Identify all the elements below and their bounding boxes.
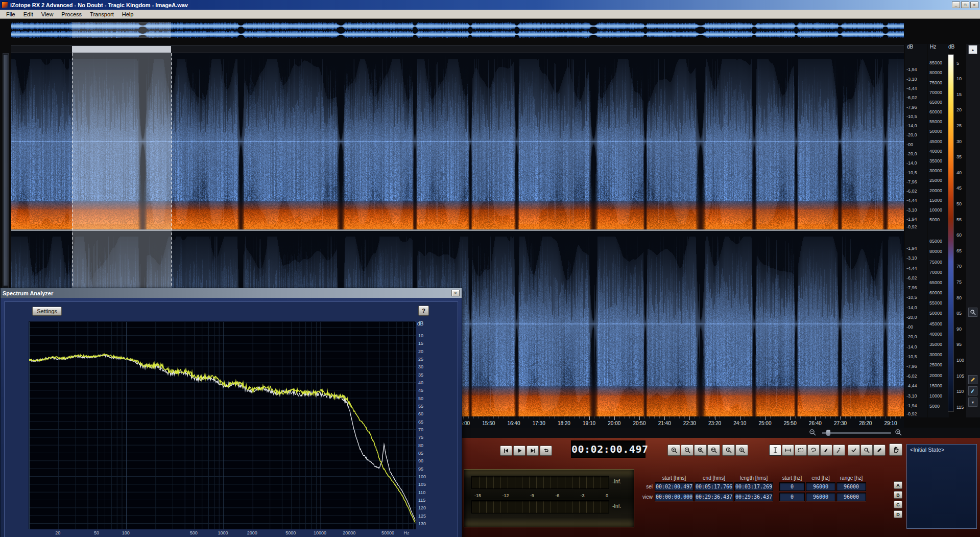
menu-file[interactable]: File [2, 11, 19, 18]
minimize-button[interactable]: _ [952, 2, 960, 8]
pencil-tool-button-side[interactable] [968, 375, 977, 384]
time-select-tool[interactable] [769, 445, 781, 456]
amp-db-tick: -20,0 [906, 132, 917, 137]
sa-freq-tick: 20000 [339, 530, 360, 535]
vertical-scrollbar-thumb[interactable] [4, 55, 8, 286]
zoom-tool[interactable] [861, 445, 873, 456]
hand-tool[interactable] [889, 443, 902, 456]
history-item[interactable]: <Initial State> [910, 447, 944, 453]
amp-db-tick: -6,02 [906, 95, 917, 100]
meter-scale-label: -9 [530, 493, 534, 498]
timeline-tick [489, 416, 489, 420]
magic-wand-tool[interactable] [833, 445, 845, 456]
amp-db-tick: -4,44 [906, 86, 917, 91]
snapshot-c-button[interactable]: C [894, 501, 902, 508]
settings-button[interactable]: Settings [32, 307, 62, 316]
legend-db-tick: 50 [957, 201, 962, 206]
sa-db-tick: 110 [418, 490, 425, 495]
brush-select-tool[interactable] [820, 445, 832, 456]
snapshot-b-button[interactable]: B [894, 491, 902, 499]
amp-db-tick: -14,0 [906, 123, 917, 128]
zoom-tool-button-side[interactable] [968, 308, 977, 317]
zoom-out-time-button[interactable] [681, 445, 694, 456]
scroll-up-button[interactable]: ▲ [968, 45, 977, 54]
legend-db-tick: 100 [957, 358, 964, 363]
sa-db-tick: 95 [418, 466, 423, 472]
amp-db-tick: -00 [906, 142, 913, 147]
menu-process[interactable]: Process [57, 11, 86, 18]
timeline-label: 19:10 [580, 421, 599, 426]
sa-db-tick: 115 [418, 498, 425, 503]
spectrum-graph-canvas [29, 322, 416, 529]
zoom-out-frequency-button[interactable] [735, 445, 748, 456]
scroll-down-button[interactable]: ▼ [968, 398, 977, 407]
freq-hz-header: Hz [930, 44, 936, 50]
close-button[interactable]: ✕ [970, 2, 978, 8]
spectrum-analyzer-title-bar[interactable]: Spectrum Analyzer ✕ [1, 288, 462, 298]
table-cell: 00:29:36.437 [734, 493, 773, 501]
legend-db-tick: 115 [957, 405, 964, 410]
lasso-select-tool[interactable] [807, 445, 820, 456]
play-selection-button[interactable] [527, 446, 539, 456]
maximize-button[interactable]: ❐ [961, 2, 969, 8]
legend-db-tick: 40 [957, 170, 962, 175]
zoom-in-icon[interactable] [895, 429, 903, 439]
amp-db-tick: -3,10 [906, 207, 917, 213]
undo-history-panel[interactable]: <Initial State> [906, 444, 977, 529]
timeline-label: 22:30 [680, 421, 699, 426]
app-icon [2, 2, 8, 8]
freq-hz-tick: 55000 [929, 300, 942, 306]
brush-tool-button-side[interactable] [968, 386, 977, 395]
amp-db-tick: -4,44 [906, 198, 917, 203]
timeline-tick [740, 416, 740, 420]
time-ruler[interactable] [11, 45, 904, 53]
legend-db-tick: 30 [957, 139, 962, 144]
sa-freq-tick: 500 [183, 530, 204, 535]
zoom-fit-button[interactable] [707, 445, 720, 456]
play-button[interactable] [513, 446, 525, 456]
menu-view[interactable]: View [37, 11, 58, 18]
zoom-in-time-button[interactable] [667, 445, 680, 456]
legend-db-tick: 20 [957, 107, 962, 112]
legend-db-tick: 80 [957, 295, 962, 300]
sa-db-tick: 35 [418, 372, 423, 378]
frequency-select-tool[interactable] [782, 445, 794, 456]
table-cell: 96000 [806, 482, 835, 491]
freq-hz-tick: 35000 [929, 158, 942, 164]
menu-edit[interactable]: Edit [19, 11, 37, 18]
loop-button[interactable] [540, 446, 552, 456]
zoom-selection-button[interactable] [694, 445, 707, 456]
legend-db-tick: 25 [957, 123, 962, 128]
menu-help[interactable]: Help [118, 11, 138, 18]
timeline-tick [664, 416, 665, 420]
table-cell: 96000 [806, 493, 835, 501]
spectrum-analyzer-title: Spectrum Analyzer [3, 290, 450, 296]
zoom-slider-track[interactable] [822, 432, 891, 434]
legend-db-tick: 65 [957, 248, 962, 253]
zoom-out-icon[interactable] [809, 429, 817, 439]
snapshot-d-button[interactable]: D [894, 510, 902, 518]
timeline-label: 25:00 [756, 421, 774, 426]
overview-waveform[interactable] [11, 22, 904, 38]
zoom-in-frequency-button[interactable] [722, 445, 735, 456]
pencil-tool[interactable] [873, 445, 886, 456]
freq-hz-tick: 65000 [929, 100, 942, 105]
amp-db-tick: -00 [906, 324, 913, 330]
snapshot-a-button[interactable]: A [894, 481, 902, 489]
freq-hz-tick: 50000 [929, 129, 942, 134]
freq-hz-tick: 40000 [929, 149, 942, 154]
help-button[interactable]: ? [418, 306, 429, 316]
amp-db-tick: -10,5 [906, 295, 917, 300]
zoom-slider-handle[interactable] [826, 430, 830, 436]
apply-selection-tool[interactable] [848, 445, 860, 456]
timeline-label: 15:50 [480, 421, 498, 426]
rectangle-select-tool[interactable] [795, 445, 807, 456]
menu-transport[interactable]: Transport [86, 11, 118, 18]
legend-db-tick: 70 [957, 264, 962, 269]
sa-db-tick: 125 [418, 513, 426, 519]
go-to-start-button[interactable] [500, 446, 512, 456]
timeline-tick [589, 416, 590, 420]
spectrum-analyzer-close-button[interactable]: ✕ [451, 290, 460, 296]
ruler-selection[interactable] [72, 46, 171, 53]
table-cell: 00:05:17.766 [695, 482, 733, 491]
